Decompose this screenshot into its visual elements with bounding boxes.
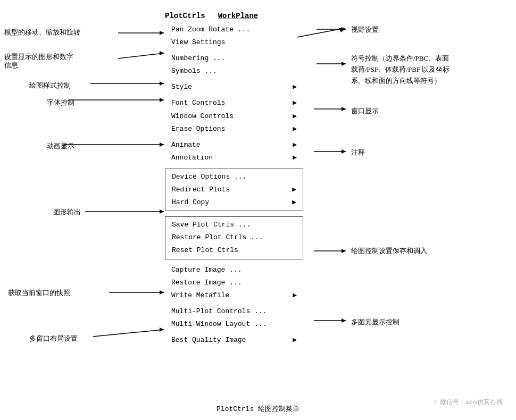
menu-item-capture[interactable]: Capture Image ... [165, 264, 303, 276]
svg-marker-1 [160, 31, 164, 35]
redirect-arrow: ▶ [292, 184, 296, 196]
label-symbol-right: 符号控制（边界条件/PBC、表面 载荷/PSF、体载荷/PBF 以及坐标 系、线… [351, 53, 450, 86]
menu-item-window[interactable]: Window Controls ▶ [165, 110, 303, 123]
label-save-right: 绘图控制设置保存和调入 [351, 246, 427, 256]
menu-item-quality[interactable]: Best Quality Image ▶ [165, 334, 303, 347]
write-metafile-label: Write Metafile [171, 290, 229, 301]
svg-marker-25 [342, 318, 346, 323]
menu-item-style[interactable]: Style ▶ [165, 81, 303, 94]
menu-item-view[interactable]: View Settings [165, 36, 303, 49]
svg-marker-15 [160, 142, 164, 147]
label-animate: 动画显示 [47, 141, 74, 151]
menu-item-restore[interactable]: Restore Plot Ctrls ... [165, 231, 303, 244]
svg-marker-29 [339, 28, 345, 32]
pan-zoom-label: Pan Zoom Rotate ... [171, 26, 250, 33]
font-arrow: ▶ [293, 97, 297, 109]
device-options-label: Device Options ... [172, 173, 246, 181]
menu-item-symbols[interactable]: Symbols ... [165, 65, 303, 78]
menu-item-restore-image[interactable]: Restore Image ... [165, 276, 303, 289]
hardcopy-arrow: ▶ [292, 197, 296, 208]
svg-marker-13 [342, 107, 346, 111]
save-plot-label: Save Plot Ctrls ... [172, 221, 251, 229]
watermark-label: ⊕ 微信号：ansy仿真在线 [433, 398, 503, 407]
numbering-label: Numbering ... [171, 54, 225, 62]
label-style: 绘图样式控制 [29, 81, 71, 90]
svg-line-28 [297, 28, 345, 37]
menu-item-metafile[interactable]: Write Metafile ▶ [165, 289, 303, 302]
view-settings-label: View Settings [171, 38, 225, 46]
best-quality-label: Best Quality Image [171, 334, 246, 346]
menu-item-reset[interactable]: Reset Plot Ctrls [165, 244, 303, 257]
menu-item-device[interactable]: Device Options ... [165, 171, 303, 183]
menu-item-pan[interactable]: Pan Zoom Rotate ... [165, 23, 303, 36]
label-output: 图形输出 [53, 207, 81, 217]
label-numbering2: 信息 [4, 61, 18, 70]
menu-item-erase[interactable]: Erase Options ▶ [165, 123, 303, 136]
workplane-title: WorkPlane [218, 12, 259, 20]
style-label: Style [171, 81, 192, 93]
svg-marker-7 [342, 62, 346, 66]
redirect-plots-label: Redirect Plots [172, 184, 230, 196]
page-container: PlotCtrls WorkPlane Pan Zoom Rotate ... … [0, 0, 516, 420]
menu-item-multiwindow[interactable]: Multi-Window Layout ... [165, 318, 303, 331]
svg-marker-3 [342, 27, 346, 31]
annotation-arrow: ▶ [293, 152, 297, 164]
window-arrow: ▶ [293, 111, 297, 122]
label-annotation-right: 注释 [351, 148, 365, 157]
svg-marker-11 [160, 98, 164, 102]
label-multiplot-right: 多图元显示控制 [351, 317, 400, 327]
erase-arrow: ▶ [293, 123, 297, 135]
restore-plot-label: Restore Plot Ctrls ... [172, 233, 263, 241]
label-capture: 获取当前窗口的快照 [8, 288, 70, 298]
plotctrls-title: PlotCtrls [165, 12, 205, 20]
style-arrow: ▶ [293, 81, 297, 93]
annotation-label: Annotation [171, 152, 213, 164]
menu-header: PlotCtrls WorkPlane [165, 12, 258, 20]
svg-line-26 [93, 330, 164, 337]
animate-arrow: ▶ [293, 139, 297, 151]
menu-list: Pan Zoom Rotate ... View Settings Number… [165, 23, 303, 347]
svg-marker-19 [160, 209, 164, 214]
label-font: 字体控制 [47, 98, 74, 107]
hard-copy-label: Hard Copy [172, 197, 209, 208]
menu-item-redirect[interactable]: Redirect Plots ▶ [165, 183, 303, 196]
menu-item-numbering[interactable]: Numbering ... [165, 52, 303, 65]
svg-marker-9 [160, 81, 164, 86]
menu-item-hardcopy[interactable]: Hard Copy ▶ [165, 196, 303, 209]
reset-plot-label: Reset Plot Ctrls [172, 246, 238, 254]
svg-marker-27 [160, 327, 164, 332]
output-box: Device Options ... Redirect Plots ▶ Hard… [165, 169, 303, 211]
svg-marker-17 [342, 149, 346, 154]
window-controls-label: Window Controls [171, 111, 234, 122]
multi-window-label: Multi-Window Layout ... [171, 320, 267, 328]
save-restore-box: Save Plot Ctrls ... Restore Plot Ctrls .… [165, 216, 303, 259]
watermark-text: 微信号：ansy仿真在线 [440, 398, 503, 406]
svg-line-4 [118, 53, 164, 58]
label-view-right: 视野设置 [351, 25, 379, 35]
erase-options-label: Erase Options [171, 123, 225, 135]
menu-item-multiplot[interactable]: Multi-Plot Controls ... [165, 305, 303, 318]
menu-item-animate[interactable]: Animate ▶ [165, 139, 303, 152]
svg-marker-23 [160, 290, 164, 295]
metafile-arrow: ▶ [293, 290, 297, 301]
svg-marker-21 [342, 249, 346, 253]
animate-label: Animate [171, 139, 201, 151]
quality-arrow: ▶ [293, 334, 297, 346]
menu-item-save[interactable]: Save Plot Ctrls ... [165, 219, 303, 231]
label-window-right: 窗口显示 [351, 106, 379, 116]
label-multiwindow: 多窗口布局设置 [29, 334, 78, 343]
footer-label: PlotCtrls 绘图控制菜单 [217, 404, 299, 414]
font-controls-label: Font Controls [171, 97, 225, 109]
menu-item-annotation[interactable]: Annotation ▶ [165, 152, 303, 164]
capture-image-label: Capture Image ... [171, 266, 242, 274]
svg-marker-5 [160, 51, 164, 55]
multi-plot-label: Multi-Plot Controls ... [171, 307, 267, 315]
menu-item-font[interactable]: Font Controls ▶ [165, 97, 303, 110]
symbols-label: Symbols ... [171, 67, 217, 75]
restore-image-label: Restore Image ... [171, 279, 242, 287]
label-pan-zoom: 模型的移动、缩放和旋转 [4, 28, 80, 37]
